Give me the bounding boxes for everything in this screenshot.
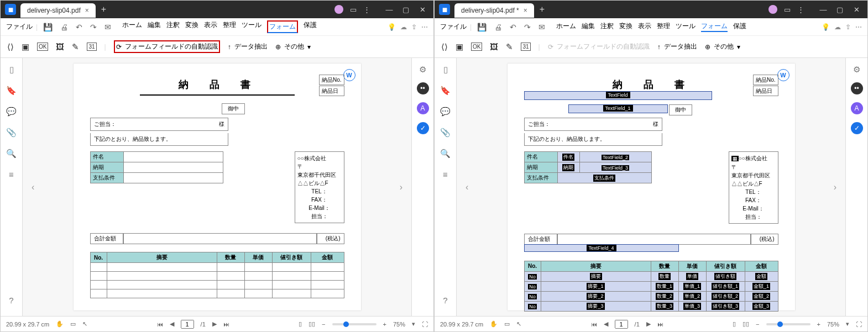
form-field[interactable]: TextField_3 [579, 162, 651, 173]
maximize-icon[interactable]: ▢ [833, 6, 846, 14]
ai-badge-3[interactable]: ✓ [851, 122, 863, 134]
add-tab-button[interactable]: + [540, 4, 545, 14]
next-page-arrow[interactable]: › [832, 180, 839, 194]
menu-home[interactable]: ホーム [556, 22, 576, 32]
attachment-icon[interactable]: 📎 [440, 128, 451, 138]
tool-signature-icon[interactable]: ✎ [506, 42, 513, 52]
zoom-slider[interactable] [332, 323, 377, 325]
search-icon[interactable]: 🔍 [440, 149, 451, 159]
menu-form[interactable]: フォーム [701, 22, 728, 32]
share-icon[interactable]: ⇪ [845, 23, 851, 31]
add-tab-button[interactable]: + [101, 4, 106, 14]
textfield1-overlay[interactable]: TextField_1 [568, 104, 668, 113]
window-ctrl-icon[interactable]: ▭ [350, 6, 357, 14]
menu-view[interactable]: 表示 [638, 22, 651, 32]
tool-textfield-icon[interactable]: ⟨⟩ [7, 42, 14, 52]
menu-edit[interactable]: 編集 [582, 22, 595, 32]
chevron-down-icon[interactable]: ▾ [412, 320, 415, 328]
menu-edit[interactable]: 編集 [148, 20, 161, 33]
auto-recognize-button[interactable]: ⟳ フォームフィールドの自動認識 [114, 40, 220, 53]
maximize-icon[interactable]: ▢ [399, 6, 412, 14]
data-extract-button[interactable]: ↑ データ抽出 [228, 42, 268, 51]
settings-icon[interactable]: ⚙ [419, 65, 426, 75]
menu-file[interactable]: ファイル [440, 22, 467, 31]
cursor-icon[interactable]: ↖ [516, 320, 521, 328]
next-icon[interactable]: ▶ [212, 320, 217, 328]
form-field[interactable]: TextField_2 [579, 152, 651, 162]
select-icon[interactable]: ▭ [504, 320, 510, 328]
undo-icon[interactable]: ↶ [74, 23, 85, 31]
last-page-icon[interactable]: ⏭ [223, 321, 229, 328]
cloud-icon[interactable]: ☁ [400, 23, 407, 31]
prev-page-arrow[interactable]: ‹ [463, 180, 470, 194]
menu-form[interactable]: フォーム [267, 20, 298, 33]
minimize-icon[interactable]: — [383, 6, 396, 14]
zoom-in-icon[interactable]: + [817, 321, 820, 328]
menu-organize[interactable]: 整理 [657, 22, 670, 32]
page-input[interactable] [181, 320, 194, 329]
page-input[interactable] [615, 320, 628, 329]
share-icon[interactable]: ⇪ [411, 23, 417, 31]
mail-icon[interactable]: ✉ [102, 23, 113, 31]
print-icon[interactable]: 🖨 [492, 23, 504, 31]
hand-icon[interactable]: ✋ [56, 320, 64, 328]
close-window-icon[interactable]: ✕ [416, 6, 429, 14]
avatar-icon[interactable] [768, 5, 777, 14]
double-page-icon[interactable]: ▯▯ [742, 320, 749, 328]
single-page-icon[interactable]: ▯ [733, 320, 736, 328]
tab[interactable]: delivery-slip04.pdf × [20, 3, 96, 18]
more-icon[interactable]: ⋯ [421, 23, 428, 31]
first-page-icon[interactable]: ⏮ [591, 321, 597, 328]
data-extract-button[interactable]: ↑ データ抽出 [657, 42, 697, 51]
cursor-icon[interactable]: ↖ [82, 320, 87, 328]
tool-checkbox-icon[interactable]: ▣ [456, 42, 463, 52]
search-icon[interactable]: 🔍 [6, 149, 17, 159]
bookmark-icon[interactable]: 🔖 [440, 86, 451, 96]
comment-icon[interactable]: 💬 [440, 107, 451, 117]
fullscreen-icon[interactable]: ⛶ [856, 321, 862, 328]
word-badge-icon[interactable]: W [777, 69, 789, 81]
page-icon[interactable]: ▯ [9, 65, 14, 75]
ai-badge-2[interactable]: A [851, 102, 863, 114]
form-field[interactable]: 支払条件 [557, 173, 651, 183]
double-page-icon[interactable]: ▯▯ [308, 320, 315, 328]
close-window-icon[interactable]: ✕ [850, 6, 863, 14]
cloud-icon[interactable]: ☁ [834, 23, 841, 31]
tool-date-icon[interactable]: 31 [87, 43, 96, 51]
attachment-icon[interactable]: 📎 [6, 128, 17, 138]
redo-icon[interactable]: ↷ [88, 23, 99, 31]
prev-icon[interactable]: ◀ [170, 320, 174, 328]
last-page-icon[interactable]: ⏭ [657, 321, 663, 328]
layers-icon[interactable]: ≡ [9, 170, 14, 179]
bulb-icon[interactable]: 💡 [388, 23, 396, 31]
layers-icon[interactable]: ≡ [443, 170, 448, 179]
ai-badge-3[interactable]: ✓ [417, 122, 429, 134]
tool-signature-icon[interactable]: ✎ [72, 42, 79, 52]
next-icon[interactable]: ▶ [646, 320, 651, 328]
close-icon[interactable]: × [85, 7, 89, 14]
single-page-icon[interactable]: ▯ [299, 320, 302, 328]
more-icon[interactable]: ⋯ [855, 23, 862, 31]
menu-dots-icon[interactable]: ⋮ [797, 6, 804, 14]
print-icon[interactable]: 🖨 [58, 23, 70, 31]
menu-comment[interactable]: 注釈 [166, 20, 180, 33]
mail-icon[interactable]: ✉ [536, 23, 547, 31]
bookmark-icon[interactable]: 🔖 [6, 86, 17, 96]
tool-ok-icon[interactable]: OK [471, 43, 482, 51]
first-page-icon[interactable]: ⏮ [157, 321, 163, 328]
ai-badge-2[interactable]: A [417, 102, 429, 114]
hand-icon[interactable]: ✋ [490, 320, 498, 328]
help-icon[interactable]: ? [9, 296, 13, 305]
zoom-out-icon[interactable]: − [322, 321, 325, 328]
textfield4-overlay[interactable]: TextField_4 [524, 244, 679, 252]
page-icon[interactable]: ▯ [443, 65, 448, 75]
word-badge-icon[interactable]: W [343, 69, 355, 81]
fullscreen-icon[interactable]: ⛶ [422, 321, 428, 328]
menu-convert[interactable]: 変換 [185, 20, 198, 33]
close-icon[interactable]: × [524, 7, 527, 14]
save-icon[interactable]: 💾 [475, 23, 489, 31]
select-icon[interactable]: ▭ [70, 320, 76, 328]
tool-date-icon[interactable]: 31 [521, 43, 530, 51]
avatar-icon[interactable] [334, 5, 343, 14]
tool-textfield-icon[interactable]: ⟨⟩ [441, 42, 448, 52]
